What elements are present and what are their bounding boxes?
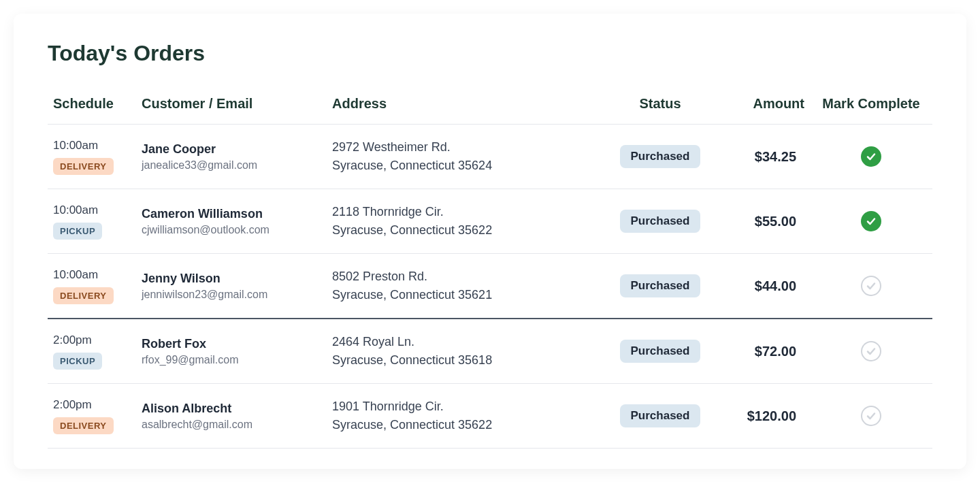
customer-email: jenniwilson23@gmail.com: [142, 289, 321, 301]
cell-schedule: 10:00amPICKUP: [48, 189, 136, 254]
cell-schedule: 10:00amDELIVERY: [48, 125, 136, 189]
delivery-tag: DELIVERY: [53, 158, 114, 175]
address-line-1: 8502 Preston Rd.: [332, 267, 600, 286]
customer-name: Cameron Williamson: [142, 207, 321, 221]
cell-address: 2464 Royal Ln.Syracuse, Connecticut 3561…: [327, 319, 606, 384]
address-line-2: Syracuse, Connecticut 35621: [332, 286, 600, 304]
col-header-status: Status: [606, 88, 715, 125]
cell-amount: $44.00: [715, 254, 810, 319]
cell-complete: [810, 125, 932, 189]
schedule-time: 10:00am: [53, 204, 131, 217]
cell-address: 8502 Preston Rd.Syracuse, Connecticut 35…: [327, 254, 606, 319]
cell-status: Purchased: [606, 125, 715, 189]
status-badge: Purchased: [620, 145, 701, 168]
cell-schedule: 2:00pmDELIVERY: [48, 384, 136, 449]
cell-complete: [810, 384, 932, 449]
orders-card: Today's Orders Schedule Customer / Email…: [14, 14, 966, 469]
cell-complete: [810, 319, 932, 384]
customer-email: rfox_99@gmail.com: [142, 354, 321, 366]
mark-complete-button[interactable]: [861, 146, 881, 167]
address-line-2: Syracuse, Connecticut 35618: [332, 351, 600, 370]
cell-schedule: 10:00amDELIVERY: [48, 254, 136, 319]
status-badge: Purchased: [620, 340, 701, 363]
schedule-time: 2:00pm: [53, 334, 131, 347]
mark-complete-button[interactable]: [861, 276, 881, 296]
check-icon: [866, 410, 877, 421]
mark-complete-button[interactable]: [861, 341, 881, 361]
schedule-time: 2:00pm: [53, 398, 131, 412]
col-header-amount: Amount: [715, 88, 810, 125]
table-row: 2:00pmPICKUPRobert Foxrfox_99@gmail.com2…: [48, 319, 932, 384]
customer-email: asalbrecht@gmail.com: [142, 419, 321, 431]
cell-status: Purchased: [606, 384, 715, 449]
col-header-address: Address: [327, 88, 606, 125]
cell-address: 2118 Thornridge Cir.Syracuse, Connecticu…: [327, 189, 606, 254]
address-line-1: 2464 Royal Ln.: [332, 333, 600, 351]
cell-customer: Alison Albrechtasalbrecht@gmail.com: [136, 384, 327, 449]
status-badge: Purchased: [620, 274, 701, 297]
check-icon: [866, 151, 877, 162]
customer-email: cjwilliamson@outlook.com: [142, 224, 321, 236]
mark-complete-button[interactable]: [861, 406, 881, 426]
cell-amount: $72.00: [715, 319, 810, 384]
mark-complete-button[interactable]: [861, 211, 881, 231]
col-header-customer: Customer / Email: [136, 88, 327, 125]
cell-complete: [810, 254, 932, 319]
status-badge: Purchased: [620, 404, 701, 427]
table-row: 10:00amDELIVERYJane Cooperjanealice33@gm…: [48, 125, 932, 189]
cell-address: 1901 Thornridge Cir.Syracuse, Connecticu…: [327, 384, 606, 449]
customer-name: Jenny Wilson: [142, 272, 321, 286]
customer-name: Alison Albrecht: [142, 402, 321, 416]
table-row: 2:00pmDELIVERYAlison Albrechtasalbrecht@…: [48, 384, 932, 449]
customer-name: Robert Fox: [142, 337, 321, 351]
address-line-2: Syracuse, Connecticut 35622: [332, 221, 600, 240]
schedule-time: 10:00am: [53, 139, 131, 152]
cell-customer: Cameron Williamsoncjwilliamson@outlook.c…: [136, 189, 327, 254]
cell-customer: Jenny Wilsonjenniwilson23@gmail.com: [136, 254, 327, 319]
cell-status: Purchased: [606, 189, 715, 254]
cell-customer: Robert Foxrfox_99@gmail.com: [136, 319, 327, 384]
status-badge: Purchased: [620, 210, 701, 233]
address-line-2: Syracuse, Connecticut 35624: [332, 157, 600, 175]
table-row: 10:00amPICKUPCameron Williamsoncjwilliam…: [48, 189, 932, 254]
orders-table: Schedule Customer / Email Address Status…: [48, 88, 932, 449]
address-line-1: 2118 Thornridge Cir.: [332, 203, 600, 221]
check-icon: [866, 280, 877, 291]
check-icon: [866, 216, 877, 227]
table-header-row: Schedule Customer / Email Address Status…: [48, 88, 932, 125]
cell-address: 2972 Westheimer Rd.Syracuse, Connecticut…: [327, 125, 606, 189]
delivery-tag: DELIVERY: [53, 417, 114, 434]
cell-amount: $55.00: [715, 189, 810, 254]
address-line-1: 1901 Thornridge Cir.: [332, 397, 600, 416]
customer-email: janealice33@gmail.com: [142, 159, 321, 172]
cell-customer: Jane Cooperjanealice33@gmail.com: [136, 125, 327, 189]
customer-name: Jane Cooper: [142, 142, 321, 157]
table-row: 10:00amDELIVERYJenny Wilsonjenniwilson23…: [48, 254, 932, 319]
schedule-time: 10:00am: [53, 268, 131, 282]
pickup-tag: PICKUP: [53, 223, 102, 240]
cell-amount: $120.00: [715, 384, 810, 449]
address-line-2: Syracuse, Connecticut 35622: [332, 416, 600, 434]
delivery-tag: DELIVERY: [53, 287, 114, 304]
address-line-1: 2972 Westheimer Rd.: [332, 138, 600, 157]
pickup-tag: PICKUP: [53, 353, 102, 370]
cell-status: Purchased: [606, 319, 715, 384]
cell-complete: [810, 189, 932, 254]
col-header-complete: Mark Complete: [810, 88, 932, 125]
col-header-schedule: Schedule: [48, 88, 136, 125]
page-title: Today's Orders: [48, 41, 932, 66]
cell-amount: $34.25: [715, 125, 810, 189]
cell-status: Purchased: [606, 254, 715, 319]
cell-schedule: 2:00pmPICKUP: [48, 319, 136, 384]
check-icon: [866, 346, 877, 357]
